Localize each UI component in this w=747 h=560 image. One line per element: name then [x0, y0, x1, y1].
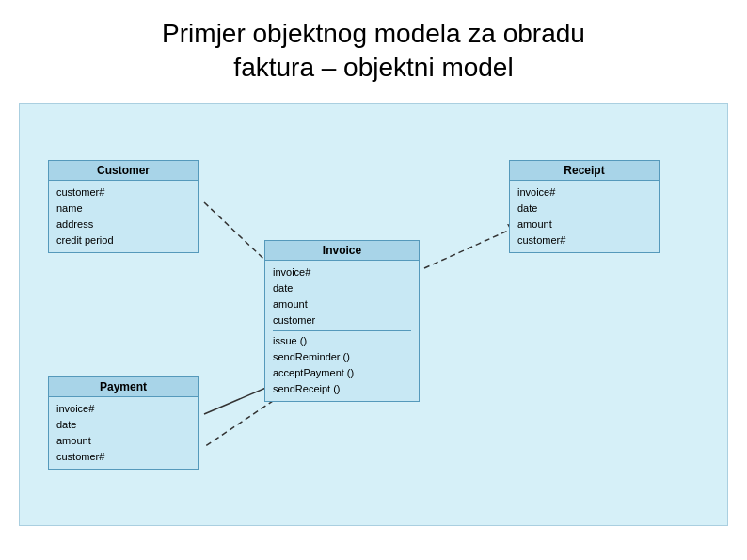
payment-field-4: customer# [56, 449, 190, 465]
receipt-box: Receipt invoice# date amount customer# [509, 160, 660, 253]
receipt-field-3: amount [517, 216, 651, 232]
payment-box: Payment invoice# date amount customer# [48, 376, 199, 470]
customer-field-4: credit period [56, 232, 190, 248]
receipt-body: invoice# date amount customer# [510, 181, 659, 252]
invoice-field-1: invoice# [273, 264, 411, 280]
invoice-field-2: date [273, 280, 411, 296]
invoice-box: Invoice invoice# date amount customer is… [264, 240, 420, 402]
payment-field-3: amount [56, 433, 190, 449]
diagram-area: Customer customer# name address credit p… [19, 103, 728, 526]
customer-body: customer# name address credit period [49, 181, 198, 252]
payment-field-2: date [56, 417, 190, 433]
payment-field-1: invoice# [56, 401, 190, 417]
invoice-method-4: sendReceipt () [273, 381, 411, 397]
customer-field-3: address [56, 216, 190, 232]
invoice-header: Invoice [265, 241, 419, 261]
invoice-field-3: amount [273, 296, 411, 312]
svg-line-2 [424, 226, 518, 268]
page-title: Primjer objektnog modela za obradu faktu… [0, 0, 747, 95]
customer-box: Customer customer# name address credit p… [48, 160, 199, 253]
receipt-field-4: customer# [517, 232, 651, 248]
svg-line-6 [204, 395, 281, 447]
payment-body: invoice# date amount customer# [49, 397, 198, 469]
invoice-method-2: sendReminder () [273, 349, 411, 365]
customer-field-1: customer# [56, 184, 190, 200]
invoice-field-4: customer [273, 312, 411, 328]
invoice-body: invoice# date amount customer issue () s… [265, 261, 419, 401]
receipt-field-1: invoice# [517, 184, 651, 200]
receipt-field-2: date [517, 200, 651, 216]
customer-field-2: name [56, 200, 190, 216]
invoice-method-1: issue () [273, 333, 411, 349]
payment-header: Payment [49, 377, 198, 397]
customer-header: Customer [49, 161, 198, 181]
invoice-method-3: acceptPayment () [273, 365, 411, 381]
receipt-header: Receipt [510, 161, 659, 181]
